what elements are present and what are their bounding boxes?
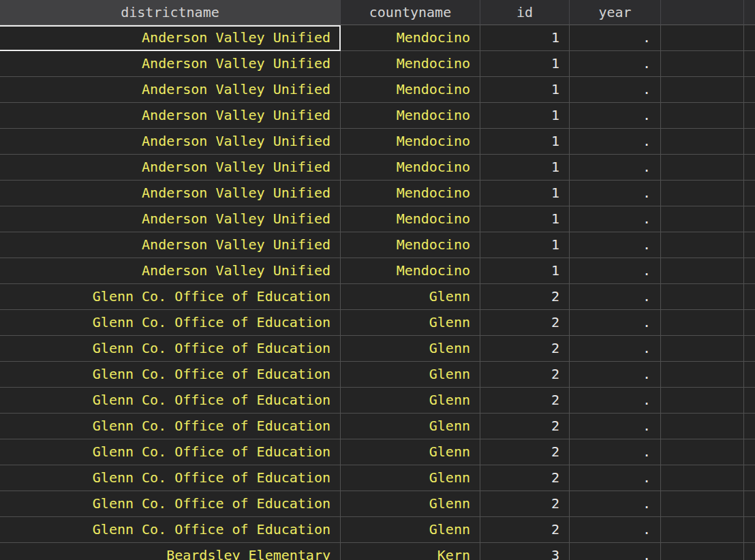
cell-id[interactable]: 2: [480, 414, 570, 439]
cell-districtname[interactable]: Beardsley Elementary: [0, 543, 341, 560]
cell-countyname[interactable]: Mendocino: [341, 129, 480, 155]
cell-year[interactable]: .: [570, 77, 661, 103]
cell-districtname[interactable]: Glenn Co. Office of Education: [0, 310, 341, 336]
cell-districtname[interactable]: Glenn Co. Office of Education: [0, 388, 341, 414]
cell-districtname[interactable]: Anderson Valley Unified: [0, 181, 341, 206]
column-header-countyname[interactable]: countyname: [341, 0, 480, 25]
table-row: Anderson Valley Unified Mendocino 1 .: [0, 129, 755, 155]
cell-countyname[interactable]: Glenn: [341, 336, 480, 362]
cell-countyname[interactable]: Mendocino: [341, 232, 480, 258]
cell-empty: [661, 543, 744, 560]
table-row: Anderson Valley Unified Mendocino 1 .: [0, 77, 755, 103]
column-header-year[interactable]: year: [570, 0, 661, 25]
cell-id[interactable]: 1: [480, 181, 570, 206]
cell-districtname[interactable]: Anderson Valley Unified: [0, 51, 341, 77]
cell-districtname[interactable]: Glenn Co. Office of Education: [0, 336, 341, 362]
cell-id[interactable]: 1: [480, 103, 570, 129]
cell-countyname[interactable]: Glenn: [341, 439, 480, 465]
cell-year[interactable]: .: [570, 51, 661, 77]
cell-countyname[interactable]: Mendocino: [341, 103, 480, 129]
cell-empty: [661, 491, 744, 517]
cell-districtname-selected[interactable]: Anderson Valley Unified: [0, 25, 341, 51]
cell-districtname[interactable]: Glenn Co. Office of Education: [0, 465, 341, 491]
cell-year[interactable]: .: [570, 517, 661, 543]
cell-year[interactable]: .: [570, 129, 661, 155]
cell-empty: [744, 517, 755, 543]
table-row: Anderson Valley Unified Mendocino 1 .: [0, 232, 755, 258]
cell-countyname[interactable]: Glenn: [341, 465, 480, 491]
cell-year[interactable]: .: [570, 103, 661, 129]
cell-year[interactable]: .: [570, 388, 661, 414]
cell-empty: [661, 103, 744, 129]
cell-id[interactable]: 1: [480, 51, 570, 77]
cell-districtname[interactable]: Glenn Co. Office of Education: [0, 439, 341, 465]
cell-districtname[interactable]: Anderson Valley Unified: [0, 129, 341, 155]
cell-districtname[interactable]: Anderson Valley Unified: [0, 232, 341, 258]
cell-year[interactable]: .: [570, 310, 661, 336]
cell-countyname[interactable]: Kern: [341, 543, 480, 560]
cell-districtname[interactable]: Glenn Co. Office of Education: [0, 414, 341, 439]
cell-districtname[interactable]: Anderson Valley Unified: [0, 77, 341, 103]
cell-countyname[interactable]: Mendocino: [341, 258, 480, 284]
cell-empty: [744, 284, 755, 310]
cell-id[interactable]: 1: [480, 232, 570, 258]
cell-districtname[interactable]: Glenn Co. Office of Education: [0, 284, 341, 310]
column-header-id[interactable]: id: [480, 0, 570, 25]
cell-countyname[interactable]: Glenn: [341, 362, 480, 388]
cell-id[interactable]: 2: [480, 336, 570, 362]
cell-countyname[interactable]: Glenn: [341, 284, 480, 310]
cell-empty: [661, 206, 744, 232]
cell-countyname[interactable]: Glenn: [341, 388, 480, 414]
cell-countyname[interactable]: Glenn: [341, 414, 480, 439]
cell-id[interactable]: 2: [480, 517, 570, 543]
cell-year[interactable]: .: [570, 543, 661, 560]
cell-year[interactable]: .: [570, 491, 661, 517]
table-row: Anderson Valley Unified Mendocino 1 .: [0, 258, 755, 284]
cell-year[interactable]: .: [570, 362, 661, 388]
cell-id[interactable]: 2: [480, 310, 570, 336]
cell-id[interactable]: 2: [480, 388, 570, 414]
cell-id[interactable]: 1: [480, 25, 570, 51]
cell-districtname[interactable]: Anderson Valley Unified: [0, 258, 341, 284]
cell-year[interactable]: .: [570, 181, 661, 206]
cell-id[interactable]: 2: [480, 491, 570, 517]
cell-id[interactable]: 2: [480, 362, 570, 388]
cell-countyname[interactable]: Mendocino: [341, 206, 480, 232]
cell-districtname[interactable]: Anderson Valley Unified: [0, 155, 341, 181]
cell-id[interactable]: 2: [480, 284, 570, 310]
cell-id[interactable]: 1: [480, 77, 570, 103]
cell-countyname[interactable]: Mendocino: [341, 181, 480, 206]
cell-year[interactable]: .: [570, 155, 661, 181]
cell-id[interactable]: 1: [480, 206, 570, 232]
cell-year[interactable]: .: [570, 439, 661, 465]
cell-countyname[interactable]: Glenn: [341, 517, 480, 543]
cell-countyname[interactable]: Mendocino: [341, 51, 480, 77]
cell-year[interactable]: .: [570, 232, 661, 258]
cell-id[interactable]: 2: [480, 465, 570, 491]
cell-year[interactable]: .: [570, 258, 661, 284]
cell-districtname[interactable]: Anderson Valley Unified: [0, 103, 341, 129]
cell-year[interactable]: .: [570, 25, 661, 51]
cell-empty: [744, 336, 755, 362]
cell-countyname[interactable]: Mendocino: [341, 155, 480, 181]
cell-countyname[interactable]: Mendocino: [341, 77, 480, 103]
cell-id[interactable]: 1: [480, 155, 570, 181]
cell-districtname[interactable]: Glenn Co. Office of Education: [0, 517, 341, 543]
cell-countyname[interactable]: Mendocino: [341, 25, 480, 51]
cell-year[interactable]: .: [570, 414, 661, 439]
cell-countyname[interactable]: Glenn: [341, 491, 480, 517]
cell-districtname[interactable]: Glenn Co. Office of Education: [0, 491, 341, 517]
cell-year[interactable]: .: [570, 336, 661, 362]
cell-year[interactable]: .: [570, 465, 661, 491]
cell-districtname[interactable]: Glenn Co. Office of Education: [0, 362, 341, 388]
cell-id[interactable]: 1: [480, 258, 570, 284]
cell-year[interactable]: .: [570, 206, 661, 232]
cell-year[interactable]: .: [570, 284, 661, 310]
cell-id[interactable]: 2: [480, 439, 570, 465]
cell-countyname[interactable]: Glenn: [341, 310, 480, 336]
cell-districtname[interactable]: Anderson Valley Unified: [0, 206, 341, 232]
cell-id[interactable]: 1: [480, 129, 570, 155]
column-header-districtname[interactable]: districtname: [0, 0, 341, 25]
cell-empty: [744, 491, 755, 517]
cell-id[interactable]: 3: [480, 543, 570, 560]
